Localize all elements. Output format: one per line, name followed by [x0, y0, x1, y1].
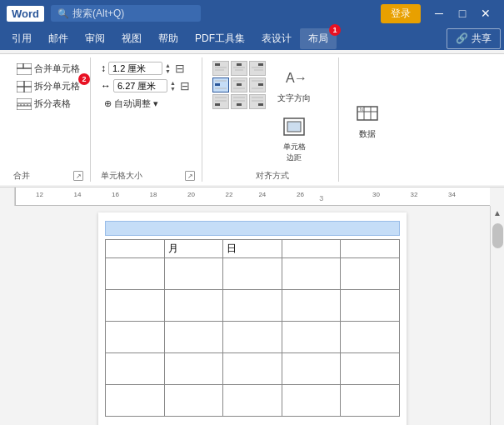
merge-expand-btn[interactable]: ↗	[73, 171, 83, 181]
align-mr[interactable]	[249, 78, 266, 92]
height-row: ↕ ▲▼ ⊟	[101, 62, 190, 75]
merge-group-label: 合并 ↗	[13, 168, 83, 182]
align-bl[interactable]	[212, 94, 229, 109]
ruler-mark-14: 14	[74, 191, 82, 198]
table-cell-1-5	[341, 258, 400, 290]
menu-shitu[interactable]: 视图	[113, 28, 150, 49]
scrollbar-thumb[interactable]	[492, 223, 503, 248]
svg-rect-0	[17, 63, 23, 68]
height-icon: ↕	[101, 62, 106, 74]
ribbon-group-cellsize: ↕ ▲▼ ⊟ ↔ ▲▼ ⊟ ⊕ 自动调整	[94, 58, 202, 182]
svg-rect-40	[287, 122, 301, 132]
title-bar: Word 🔍 登录 ─ □ ✕	[0, 0, 504, 27]
table-header-row: 月 日	[106, 240, 400, 258]
auto-fit-arrow: ▾	[153, 98, 158, 109]
height-input[interactable]	[108, 62, 162, 75]
menu-bangzhu[interactable]: 帮助	[150, 28, 187, 49]
align-tr[interactable]	[249, 61, 266, 76]
cell-margin-button[interactable]: 单元格 边距	[272, 110, 316, 167]
text-dir-margin: A → 文字方向 单元格 边距	[272, 61, 316, 167]
svg-rect-5	[17, 87, 24, 92]
split-table-label: 拆分表格	[34, 98, 71, 110]
close-button[interactable]: ✕	[474, 3, 497, 23]
table-cell-4-4	[282, 353, 341, 385]
ruler-side-left	[0, 188, 15, 206]
scroll-up-button[interactable]: ▲	[491, 206, 505, 220]
table-cell-2-2	[164, 290, 223, 322]
svg-rect-6	[24, 87, 32, 92]
share-label: 共享	[472, 32, 492, 46]
svg-rect-7	[17, 98, 32, 103]
header-highlight	[105, 221, 400, 236]
ruler-scrollbar-space	[490, 188, 504, 206]
menu-biaodesign[interactable]: 表设计	[253, 28, 300, 49]
auto-fit-icon: ⊕	[104, 98, 112, 109]
table-cell-2-5	[341, 290, 400, 322]
menu-bar: 引用 邮件 审阅 视图 帮助 PDF工具集 表设计 布局 1 🔗 共享	[0, 27, 504, 50]
align-ml[interactable]	[212, 78, 229, 92]
ribbon-content: 合并单元格 拆分单元格 2	[0, 53, 504, 185]
align-tl[interactable]	[212, 61, 229, 76]
distribute-rows-icon: ⊟	[175, 62, 185, 75]
width-arrows: ▲▼	[170, 80, 176, 92]
svg-rect-9	[17, 106, 32, 110]
search-icon: 🔍	[57, 8, 69, 19]
menu-buju[interactable]: 布局 1	[300, 28, 337, 49]
menu-youjian[interactable]: 邮件	[40, 28, 77, 49]
doc-content: 月 日	[15, 206, 490, 425]
data-label: 数据	[359, 128, 376, 140]
align-br[interactable]	[249, 94, 266, 109]
svg-rect-4	[24, 81, 32, 87]
table-row-5	[106, 385, 400, 417]
search-bar[interactable]: 🔍	[51, 5, 201, 22]
ruler-mark-26: 26	[297, 191, 304, 198]
menu-pdf[interactable]: PDF工具集	[187, 28, 253, 49]
table-cell-5-4	[282, 385, 341, 417]
table-cell-h4	[282, 240, 341, 258]
width-input[interactable]	[113, 79, 167, 92]
menu-shenyue[interactable]: 审阅	[77, 28, 113, 49]
share-button[interactable]: 🔗 共享	[447, 28, 501, 49]
align-tc[interactable]	[231, 61, 247, 76]
table-cell-5-3	[223, 385, 282, 417]
ruler-mark-20: 20	[187, 191, 195, 198]
doc-page: 月 日	[98, 212, 407, 425]
split-cells-label: 拆分单元格	[34, 80, 80, 92]
table-cell-h5	[341, 240, 400, 258]
scrollbar-vertical[interactable]: ▲ ▼	[490, 206, 504, 425]
merge-cells-button[interactable]: 合并单元格	[13, 61, 83, 77]
split-table-button[interactable]: 拆分表格	[13, 96, 83, 112]
align-mc[interactable]	[231, 78, 247, 92]
ribbon-group-align: A → 文字方向 单元格 边距	[206, 58, 339, 182]
data-icon: fx	[354, 100, 381, 127]
auto-fit-button[interactable]: ⊕ 自动调整 ▾	[101, 96, 190, 112]
split-cells-button[interactable]: 拆分单元格 2	[13, 78, 83, 94]
minimize-button[interactable]: ─	[427, 3, 451, 23]
ruler-mark-18: 18	[150, 191, 157, 198]
svg-rect-25	[258, 83, 263, 86]
doc-table: 月 日	[105, 239, 400, 417]
table-cell-h1	[106, 240, 165, 258]
svg-rect-13	[237, 63, 242, 66]
table-cell-2-4	[282, 290, 341, 322]
table-cell-4-2	[164, 353, 223, 385]
cellsize-expand-btn[interactable]: ↗	[185, 171, 195, 181]
svg-rect-10	[215, 63, 220, 66]
table-cell-4-5	[341, 353, 400, 385]
cell-text-ri: 日	[223, 242, 237, 254]
maximize-button[interactable]: □	[451, 3, 474, 23]
svg-text:fx: fx	[360, 107, 363, 112]
height-arrows: ▲▼	[165, 62, 171, 74]
text-direction-button[interactable]: A → 文字方向	[272, 61, 316, 108]
search-input[interactable]	[72, 8, 189, 19]
login-button[interactable]: 登录	[381, 4, 421, 23]
cell-text-yue: 月	[165, 242, 178, 254]
ruler-mark-12: 12	[36, 191, 43, 198]
data-button[interactable]: fx 数据	[349, 97, 386, 143]
align-bc[interactable]	[231, 94, 247, 109]
svg-rect-34	[258, 103, 263, 106]
menu-yinyong[interactable]: 引用	[3, 28, 40, 49]
ruler: 12 14 16 18 20 22 24 26 3 30 32 34	[15, 188, 490, 206]
table-cell-3-1	[106, 322, 165, 353]
ruler-mark-30: 30	[372, 191, 380, 198]
